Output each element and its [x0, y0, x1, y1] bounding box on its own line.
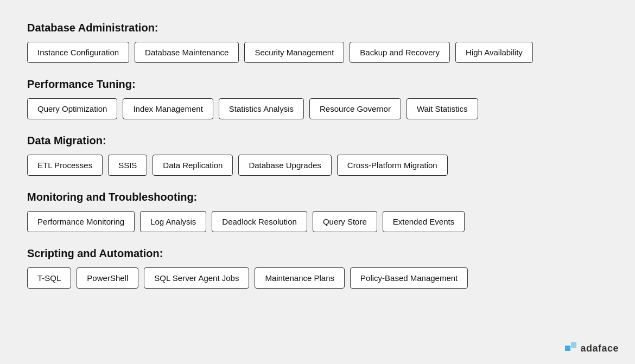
section-performance-tuning: Performance Tuning:Query OptimizationInd…: [27, 78, 608, 119]
svg-rect-1: [571, 342, 576, 348]
adaface-logo-icon: [565, 342, 577, 354]
tag-etl-processes[interactable]: ETL Processes: [27, 155, 103, 176]
tag-data-replication[interactable]: Data Replication: [153, 155, 233, 176]
tag-database-maintenance[interactable]: Database Maintenance: [135, 42, 239, 63]
tag-sql-server-agent-jobs[interactable]: SQL Server Agent Jobs: [144, 267, 249, 289]
tag-performance-monitoring[interactable]: Performance Monitoring: [27, 211, 135, 232]
tags-row-database-administration: Instance ConfigurationDatabase Maintenan…: [27, 42, 608, 63]
tag-t-sql[interactable]: T-SQL: [27, 267, 71, 289]
section-monitoring-troubleshooting: Monitoring and Troubleshooting:Performan…: [27, 191, 608, 232]
section-title-data-migration: Data Migration:: [27, 135, 608, 147]
section-title-monitoring-troubleshooting: Monitoring and Troubleshooting:: [27, 191, 608, 203]
section-title-database-administration: Database Administration:: [27, 22, 608, 34]
tag-statistics-analysis[interactable]: Statistics Analysis: [219, 98, 304, 119]
section-title-performance-tuning: Performance Tuning:: [27, 78, 608, 91]
tags-row-data-migration: ETL ProcessesSSISData ReplicationDatabas…: [27, 155, 608, 176]
tag-instance-configuration[interactable]: Instance Configuration: [27, 42, 129, 63]
tag-powershell[interactable]: PowerShell: [77, 267, 138, 289]
tag-cross-platform-migration[interactable]: Cross-Platform Migration: [337, 155, 448, 176]
section-title-scripting-automation: Scripting and Automation:: [27, 247, 608, 260]
tag-high-availability[interactable]: High Availability: [455, 42, 533, 63]
section-database-administration: Database Administration:Instance Configu…: [27, 22, 608, 63]
tag-database-upgrades[interactable]: Database Upgrades: [238, 155, 331, 176]
main-content: Database Administration:Instance Configu…: [0, 0, 635, 320]
tags-row-scripting-automation: T-SQLPowerShellSQL Server Agent JobsMain…: [27, 267, 608, 289]
logo-text: adaface: [580, 343, 619, 354]
tag-resource-governor[interactable]: Resource Governor: [309, 98, 401, 119]
tag-policy-based-management[interactable]: Policy-Based Management: [350, 267, 468, 289]
tag-deadlock-resolution[interactable]: Deadlock Resolution: [212, 211, 307, 232]
tag-extended-events[interactable]: Extended Events: [383, 211, 465, 232]
tags-row-monitoring-troubleshooting: Performance MonitoringLog AnalysisDeadlo…: [27, 211, 608, 232]
svg-rect-0: [565, 346, 570, 351]
section-data-migration: Data Migration:ETL ProcessesSSISData Rep…: [27, 135, 608, 176]
section-scripting-automation: Scripting and Automation:T-SQLPowerShell…: [27, 247, 608, 289]
tag-wait-statistics[interactable]: Wait Statistics: [407, 98, 478, 119]
tag-maintenance-plans[interactable]: Maintenance Plans: [255, 267, 345, 289]
tag-backup-and-recovery[interactable]: Backup and Recovery: [350, 42, 450, 63]
tag-index-management[interactable]: Index Management: [123, 98, 213, 119]
tag-security-management[interactable]: Security Management: [244, 42, 344, 63]
tag-query-store[interactable]: Query Store: [313, 211, 377, 232]
tag-query-optimization[interactable]: Query Optimization: [27, 98, 117, 119]
tag-log-analysis[interactable]: Log Analysis: [140, 211, 206, 232]
tag-ssis[interactable]: SSIS: [108, 155, 147, 176]
logo-area: adaface: [565, 342, 619, 354]
tags-row-performance-tuning: Query OptimizationIndex ManagementStatis…: [27, 98, 608, 119]
